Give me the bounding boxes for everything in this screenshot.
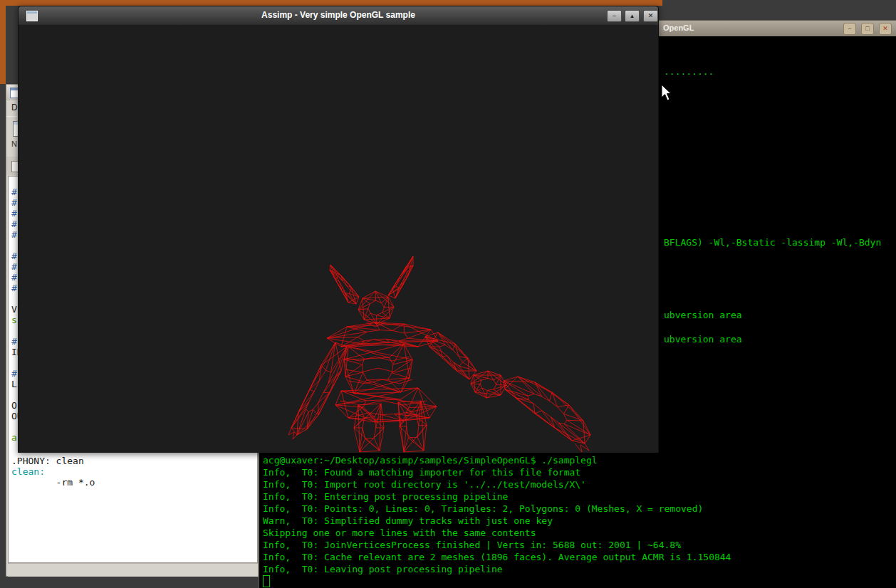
assimp-window: Assimp - Very simple OpenGL sample − ▴ ✕ (18, 6, 659, 453)
terminal-log-line: Info, T0: Points: 0, Lines: 0, Triangles… (263, 503, 703, 515)
editor-code-line: # (11, 208, 17, 219)
terminal-log-line: Info, T0: Leaving post processing pipeli… (263, 563, 503, 575)
assimp-minimize-button[interactable]: − (607, 10, 622, 22)
mouse-cursor (661, 84, 674, 103)
terminal-title: OpenGL (663, 23, 694, 32)
editor-code-line: # (11, 187, 17, 197)
editor-menu-file[interactable]: D (11, 103, 18, 112)
terminal-line: ubversion area (664, 309, 742, 321)
editor-code-line: # (11, 336, 17, 347)
editor-code-line: # (11, 197, 17, 208)
desktop: { "desktop": { "bg": "#3b3b3b", "wallpap… (0, 0, 896, 588)
terminal-log-line: Info, T0: Entering post processing pipel… (263, 490, 508, 503)
editor-code-line: # (11, 272, 17, 283)
opengl-viewport[interactable] (19, 25, 658, 453)
editor-statusbar (8, 563, 258, 577)
editor-code-line: a (11, 432, 17, 443)
terminal-cursor (263, 575, 270, 587)
editor-code-line: clean: (11, 466, 45, 477)
terminal-log-line: Info, T0: Found a matching importer for … (263, 466, 580, 478)
terminal-line: ubversion area (664, 333, 742, 345)
editor-code-line: # (11, 251, 17, 261)
terminal-log-line: Info, T0: Cache relevant are 2 meshes (1… (263, 551, 731, 563)
terminal-log-line: Info, T0: JoinVerticesProcess finished |… (263, 539, 681, 551)
editor-toolbar-label: N (11, 140, 17, 148)
terminal-log-line: Info, T0: Import root directory is '../.… (263, 478, 586, 490)
assimp-maximize-button[interactable]: ▴ (625, 10, 640, 22)
terminal-maximize-button[interactable]: □ (861, 23, 874, 35)
editor-code-line: # (11, 219, 17, 229)
editor-code-line: -rm *.o (11, 477, 95, 488)
editor-code-line: .PHONY: clean (11, 456, 84, 466)
terminal-log-line: Skipping one or more lines with the same… (263, 527, 536, 539)
terminal-minimize-button[interactable]: − (843, 23, 856, 35)
editor-code-line: # (11, 368, 17, 379)
terminal-line: ......... (664, 65, 714, 78)
wireframe-model (19, 25, 658, 453)
assimp-window-title: Assimp - Very simple OpenGL sample (19, 10, 658, 20)
editor-code-line: # (11, 283, 17, 293)
terminal-close-button[interactable]: ✕ (879, 23, 892, 35)
editor-code-line: # (11, 229, 17, 240)
editor-code-line: # (11, 261, 17, 272)
assimp-titlebar[interactable]: Assimp - Very simple OpenGL sample − ▴ ✕ (19, 6, 658, 26)
desktop-wallpaper-strip-left (0, 0, 6, 84)
assimp-close-button[interactable]: ✕ (643, 10, 658, 22)
terminal-line: BFLAGS) -Wl,-Bstatic -lassimp -Wl,-Bdyn (664, 236, 881, 248)
desktop-wallpaper-strip-top (0, 0, 662, 6)
editor-code-line: O (11, 400, 17, 411)
terminal-log-line: acg@uxaver:~/Desktop/assimp/samples/Simp… (263, 454, 598, 466)
terminal-log-line: Warn, T0: Simplified dummy tracks with j… (263, 515, 553, 527)
